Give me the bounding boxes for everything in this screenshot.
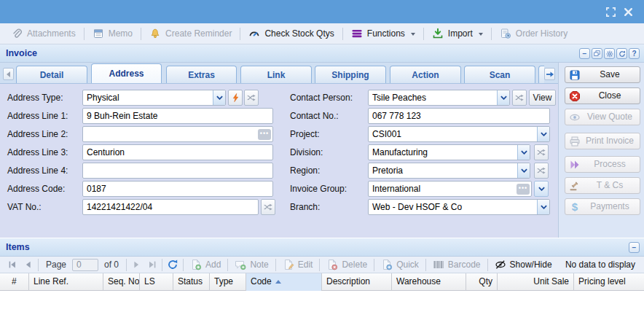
- edit-button[interactable]: Edit: [278, 257, 318, 272]
- chevron-down-icon[interactable]: [213, 90, 225, 105]
- address-code-field[interactable]: 0187: [82, 181, 273, 197]
- shuffle-icon[interactable]: [512, 90, 527, 106]
- barcode-button[interactable]: Barcode: [428, 257, 486, 272]
- chevron-down-icon[interactable]: [497, 90, 509, 105]
- tab-scan[interactable]: Scan: [464, 66, 535, 83]
- chevron-down-icon[interactable]: [537, 200, 549, 214]
- tab-link[interactable]: Link: [240, 66, 312, 83]
- quick-button[interactable]: Quick: [376, 257, 424, 272]
- project-combo[interactable]: CSI001: [368, 126, 550, 142]
- delete-button[interactable]: Delete: [321, 257, 372, 272]
- check-stock-qtys-button[interactable]: Check Stock Qtys: [242, 25, 340, 42]
- shuffle-icon[interactable]: [534, 163, 549, 179]
- ellipsis-button[interactable]: •••: [517, 184, 530, 195]
- tab-address[interactable]: Address: [91, 63, 162, 83]
- next-page-icon[interactable]: [131, 260, 141, 270]
- column-header-qty[interactable]: Qty: [466, 273, 498, 291]
- order-history-button[interactable]: Order History: [493, 25, 574, 42]
- toolbar-separator: [487, 259, 488, 271]
- eye-slash-icon: [495, 259, 506, 270]
- region-combo[interactable]: Pretoria: [368, 163, 530, 179]
- contact-person-combo[interactable]: Tsile Peaches: [368, 90, 510, 106]
- functions-button[interactable]: Functions: [345, 25, 422, 42]
- refresh-icon[interactable]: [616, 48, 627, 59]
- show-hide-label: Show/Hide: [510, 260, 552, 270]
- chevron-down-icon[interactable]: [534, 181, 549, 197]
- process-button[interactable]: Process: [565, 156, 640, 173]
- tab-action[interactable]: Action: [390, 66, 461, 83]
- fullscreen-icon[interactable]: [605, 6, 616, 17]
- bell-icon: [149, 28, 161, 39]
- create-reminder-button[interactable]: Create Reminder: [143, 25, 238, 42]
- first-page-icon[interactable]: [7, 260, 17, 270]
- contact-person-label: Contact Person:: [290, 90, 353, 106]
- column-header-seq-no[interactable]: Seq. No.: [103, 273, 140, 291]
- chevron-down-icon[interactable]: [517, 163, 530, 178]
- column-header-warehouse[interactable]: Warehouse: [392, 273, 466, 291]
- address-line-1-field[interactable]: 9 Buh-Rein Estate: [82, 108, 273, 124]
- address-line-3-label: Address Line 3:: [7, 144, 68, 160]
- add-button[interactable]: Add: [185, 257, 226, 272]
- column-header-type[interactable]: Type: [210, 273, 246, 291]
- save-button[interactable]: Save: [565, 66, 640, 83]
- column-header-status[interactable]: Status: [173, 273, 210, 291]
- tab-detail[interactable]: Detail: [16, 66, 87, 83]
- memo-button[interactable]: Memo: [86, 25, 139, 42]
- lightning-button[interactable]: [228, 90, 243, 106]
- shuffle-icon[interactable]: [244, 90, 259, 106]
- address-line-2-label: Address Line 2:: [7, 126, 68, 142]
- ellipsis-button[interactable]: •••: [258, 129, 271, 140]
- help-icon[interactable]: ?: [629, 48, 640, 59]
- tab-scroll-left-icon[interactable]: [3, 68, 14, 80]
- tab-shipping[interactable]: Shipping: [315, 66, 386, 83]
- chevron-down-icon[interactable]: [517, 145, 530, 160]
- gauge-icon: [248, 28, 260, 39]
- shuffle-icon[interactable]: [261, 199, 275, 215]
- chevron-down-icon[interactable]: [537, 127, 549, 141]
- import-button[interactable]: Import: [425, 25, 490, 42]
- column-header-description[interactable]: Description: [322, 273, 392, 291]
- close-icon[interactable]: [622, 6, 634, 17]
- address-line-4-field[interactable]: [82, 163, 273, 179]
- column-header-line-ref[interactable]: Line Ref.: [29, 273, 103, 291]
- close-button[interactable]: Close: [565, 87, 640, 104]
- items-grid-body[interactable]: [0, 291, 644, 312]
- address-line-3-field[interactable]: Centurion: [82, 144, 273, 160]
- minimize-icon[interactable]: −: [579, 48, 590, 59]
- column-header-ls[interactable]: LS: [140, 273, 173, 291]
- refresh-icon[interactable]: [167, 259, 178, 270]
- settings-icon[interactable]: [604, 48, 615, 59]
- division-combo[interactable]: Manufacturing: [368, 144, 530, 160]
- branch-combo[interactable]: Web - Dev HSOF & Co: [368, 199, 550, 215]
- prev-page-icon[interactable]: [23, 260, 34, 270]
- attachments-button[interactable]: Attachments: [4, 25, 82, 42]
- column-header-pricing-level[interactable]: Pricing level: [574, 273, 644, 291]
- view-contact-button[interactable]: View: [529, 90, 556, 106]
- toolbar-separator: [126, 259, 127, 271]
- payments-button[interactable]: $ Payments: [565, 198, 640, 215]
- tab-extras[interactable]: Extras: [166, 66, 237, 83]
- address-line-2-field[interactable]: •••: [82, 126, 273, 142]
- tcs-button[interactable]: T & Cs: [565, 177, 640, 194]
- toolbar-separator: [425, 259, 426, 271]
- page-input[interactable]: 0: [72, 259, 98, 271]
- column-header-unit-sale[interactable]: Unit Sale: [498, 273, 574, 291]
- view-quote-button[interactable]: View Quote: [565, 109, 640, 125]
- invoice-group-field[interactable]: International •••: [368, 181, 532, 197]
- toolbar-separator: [319, 259, 320, 271]
- vat-no-field[interactable]: 14221421422/04: [82, 199, 259, 215]
- address-type-combo[interactable]: Physical: [82, 90, 226, 106]
- print-invoice-button[interactable]: Print Invoice: [565, 133, 640, 149]
- last-page-icon[interactable]: [147, 260, 157, 270]
- contact-no-field[interactable]: 067 778 123: [368, 108, 550, 124]
- shuffle-icon[interactable]: [534, 144, 549, 160]
- show-hide-button[interactable]: Show/Hide: [490, 257, 557, 272]
- doc-delete-icon: [326, 259, 338, 270]
- column-header-code[interactable]: Code: [246, 273, 322, 291]
- note-button[interactable]: Note: [229, 257, 273, 272]
- items-panel-title: Items: [0, 242, 30, 252]
- column-header-number[interactable]: #: [0, 273, 29, 291]
- minimize-icon[interactable]: −: [629, 242, 640, 253]
- restore-icon[interactable]: [592, 48, 602, 59]
- tab-scroll-right-icon[interactable]: [544, 68, 555, 80]
